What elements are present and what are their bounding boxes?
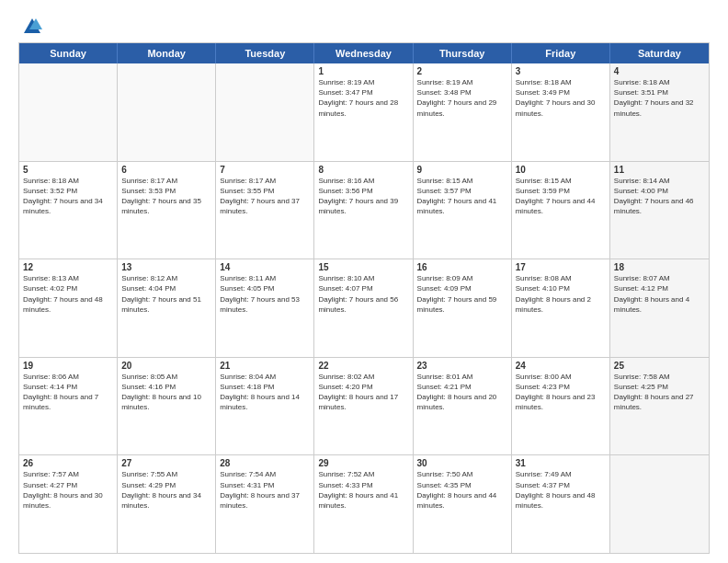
day-number: 24 bbox=[516, 361, 606, 371]
day-number: 13 bbox=[121, 262, 211, 272]
week-row: 5Sunrise: 8:18 AMSunset: 3:52 PMDaylight… bbox=[19, 161, 709, 259]
day-cell: 8Sunrise: 8:16 AMSunset: 3:56 PMDaylight… bbox=[314, 162, 413, 259]
day-number: 18 bbox=[614, 262, 705, 272]
day-number: 20 bbox=[121, 361, 211, 371]
day-info: Sunrise: 8:05 AMSunset: 4:16 PMDaylight:… bbox=[121, 372, 211, 413]
day-cell: 23Sunrise: 8:01 AMSunset: 4:21 PMDayligh… bbox=[414, 358, 512, 455]
day-number: 27 bbox=[121, 458, 211, 468]
day-number: 31 bbox=[516, 458, 606, 468]
day-info: Sunrise: 8:14 AMSunset: 4:00 PMDaylight:… bbox=[614, 176, 705, 217]
day-cell: 13Sunrise: 8:12 AMSunset: 4:04 PMDayligh… bbox=[118, 259, 216, 357]
day-info: Sunrise: 8:10 AMSunset: 4:07 PMDaylight:… bbox=[318, 273, 408, 315]
day-cell: 31Sunrise: 7:49 AMSunset: 4:37 PMDayligh… bbox=[512, 455, 610, 553]
day-info: Sunrise: 7:54 AMSunset: 4:31 PMDaylight:… bbox=[220, 469, 310, 511]
day-number: 21 bbox=[220, 361, 310, 371]
week-row: 19Sunrise: 8:06 AMSunset: 4:14 PMDayligh… bbox=[19, 357, 709, 455]
day-info: Sunrise: 7:57 AMSunset: 4:27 PMDaylight:… bbox=[23, 469, 113, 511]
day-info: Sunrise: 8:15 AMSunset: 3:59 PMDaylight:… bbox=[516, 176, 606, 217]
day-info: Sunrise: 8:00 AMSunset: 4:23 PMDaylight:… bbox=[516, 372, 606, 413]
day-cell: 22Sunrise: 8:02 AMSunset: 4:20 PMDayligh… bbox=[314, 358, 413, 455]
day-number: 30 bbox=[417, 458, 507, 468]
day-cell bbox=[610, 455, 709, 553]
day-cell: 26Sunrise: 7:57 AMSunset: 4:27 PMDayligh… bbox=[19, 455, 118, 553]
day-cell: 24Sunrise: 8:00 AMSunset: 4:23 PMDayligh… bbox=[512, 358, 610, 455]
day-header: Thursday bbox=[414, 43, 512, 63]
day-info: Sunrise: 8:18 AMSunset: 3:49 PMDaylight:… bbox=[516, 77, 606, 119]
day-number: 23 bbox=[417, 361, 507, 371]
day-cell: 3Sunrise: 8:18 AMSunset: 3:49 PMDaylight… bbox=[512, 63, 610, 161]
day-info: Sunrise: 7:50 AMSunset: 4:35 PMDaylight:… bbox=[417, 469, 507, 511]
day-cell: 19Sunrise: 8:06 AMSunset: 4:14 PMDayligh… bbox=[19, 358, 118, 455]
day-header: Friday bbox=[512, 43, 610, 63]
day-cell: 15Sunrise: 8:10 AMSunset: 4:07 PMDayligh… bbox=[314, 259, 413, 357]
day-cell: 29Sunrise: 7:52 AMSunset: 4:33 PMDayligh… bbox=[314, 455, 413, 553]
week-row: 1Sunrise: 8:19 AMSunset: 3:47 PMDaylight… bbox=[19, 63, 709, 161]
day-number: 1 bbox=[318, 66, 408, 76]
day-cell bbox=[118, 63, 216, 161]
day-info: Sunrise: 7:52 AMSunset: 4:33 PMDaylight:… bbox=[318, 469, 408, 511]
day-info: Sunrise: 8:16 AMSunset: 3:56 PMDaylight:… bbox=[318, 176, 408, 217]
day-info: Sunrise: 8:09 AMSunset: 4:09 PMDaylight:… bbox=[417, 273, 507, 315]
day-number: 4 bbox=[614, 66, 705, 76]
day-info: Sunrise: 7:55 AMSunset: 4:29 PMDaylight:… bbox=[121, 469, 211, 511]
week-row: 26Sunrise: 7:57 AMSunset: 4:27 PMDayligh… bbox=[19, 454, 709, 553]
calendar: SundayMondayTuesdayWednesdayThursdayFrid… bbox=[18, 42, 710, 554]
day-cell: 21Sunrise: 8:04 AMSunset: 4:18 PMDayligh… bbox=[216, 358, 314, 455]
day-cell: 11Sunrise: 8:14 AMSunset: 4:00 PMDayligh… bbox=[610, 162, 709, 259]
day-cell bbox=[19, 63, 118, 161]
day-info: Sunrise: 8:06 AMSunset: 4:14 PMDaylight:… bbox=[23, 372, 113, 413]
day-headers: SundayMondayTuesdayWednesdayThursdayFrid… bbox=[19, 43, 709, 63]
day-cell: 28Sunrise: 7:54 AMSunset: 4:31 PMDayligh… bbox=[216, 455, 314, 553]
week-row: 12Sunrise: 8:13 AMSunset: 4:02 PMDayligh… bbox=[19, 259, 709, 357]
day-header: Wednesday bbox=[314, 43, 413, 63]
day-number: 10 bbox=[516, 165, 606, 175]
calendar-body: 1Sunrise: 8:19 AMSunset: 3:47 PMDaylight… bbox=[19, 63, 709, 553]
day-header: Sunday bbox=[19, 43, 118, 63]
day-number: 12 bbox=[23, 262, 113, 272]
day-number: 14 bbox=[220, 262, 310, 272]
day-info: Sunrise: 8:18 AMSunset: 3:52 PMDaylight:… bbox=[23, 176, 113, 217]
day-cell: 4Sunrise: 8:18 AMSunset: 3:51 PMDaylight… bbox=[610, 63, 709, 161]
day-info: Sunrise: 8:18 AMSunset: 3:51 PMDaylight:… bbox=[614, 77, 705, 119]
day-number: 6 bbox=[121, 165, 211, 175]
day-info: Sunrise: 8:19 AMSunset: 3:48 PMDaylight:… bbox=[417, 77, 507, 119]
day-cell: 12Sunrise: 8:13 AMSunset: 4:02 PMDayligh… bbox=[19, 259, 118, 357]
day-info: Sunrise: 8:17 AMSunset: 3:55 PMDaylight:… bbox=[220, 176, 310, 217]
day-info: Sunrise: 7:49 AMSunset: 4:37 PMDaylight:… bbox=[516, 469, 606, 511]
day-cell: 6Sunrise: 8:17 AMSunset: 3:53 PMDaylight… bbox=[118, 162, 216, 259]
day-cell bbox=[216, 63, 314, 161]
day-info: Sunrise: 8:11 AMSunset: 4:05 PMDaylight:… bbox=[220, 273, 310, 315]
day-number: 7 bbox=[220, 165, 310, 175]
day-number: 29 bbox=[318, 458, 408, 468]
day-number: 2 bbox=[417, 66, 507, 76]
day-cell: 30Sunrise: 7:50 AMSunset: 4:35 PMDayligh… bbox=[414, 455, 512, 553]
day-cell: 7Sunrise: 8:17 AMSunset: 3:55 PMDaylight… bbox=[216, 162, 314, 259]
day-cell: 25Sunrise: 7:58 AMSunset: 4:25 PMDayligh… bbox=[610, 358, 709, 455]
day-header: Saturday bbox=[610, 43, 709, 63]
day-number: 22 bbox=[318, 361, 408, 371]
day-info: Sunrise: 8:12 AMSunset: 4:04 PMDaylight:… bbox=[121, 273, 211, 315]
day-number: 17 bbox=[516, 262, 606, 272]
day-number: 19 bbox=[23, 361, 113, 371]
day-cell: 2Sunrise: 8:19 AMSunset: 3:48 PMDaylight… bbox=[414, 63, 512, 161]
day-number: 8 bbox=[318, 165, 408, 175]
day-info: Sunrise: 8:13 AMSunset: 4:02 PMDaylight:… bbox=[23, 273, 113, 315]
day-cell: 20Sunrise: 8:05 AMSunset: 4:16 PMDayligh… bbox=[118, 358, 216, 455]
day-number: 28 bbox=[220, 458, 310, 468]
day-info: Sunrise: 8:07 AMSunset: 4:12 PMDaylight:… bbox=[614, 273, 705, 315]
logo-icon bbox=[22, 17, 42, 37]
day-cell: 27Sunrise: 7:55 AMSunset: 4:29 PMDayligh… bbox=[118, 455, 216, 553]
day-cell: 5Sunrise: 8:18 AMSunset: 3:52 PMDaylight… bbox=[19, 162, 118, 259]
day-cell: 18Sunrise: 8:07 AMSunset: 4:12 PMDayligh… bbox=[610, 259, 709, 357]
header bbox=[18, 17, 710, 37]
day-cell: 10Sunrise: 8:15 AMSunset: 3:59 PMDayligh… bbox=[512, 162, 610, 259]
day-cell: 16Sunrise: 8:09 AMSunset: 4:09 PMDayligh… bbox=[414, 259, 512, 357]
day-info: Sunrise: 8:15 AMSunset: 3:57 PMDaylight:… bbox=[417, 176, 507, 217]
day-cell: 14Sunrise: 8:11 AMSunset: 4:05 PMDayligh… bbox=[216, 259, 314, 357]
day-number: 15 bbox=[318, 262, 408, 272]
day-info: Sunrise: 8:01 AMSunset: 4:21 PMDaylight:… bbox=[417, 372, 507, 413]
day-number: 26 bbox=[23, 458, 113, 468]
page: SundayMondayTuesdayWednesdayThursdayFrid… bbox=[0, 0, 728, 563]
day-header: Tuesday bbox=[216, 43, 314, 63]
day-number: 16 bbox=[417, 262, 507, 272]
